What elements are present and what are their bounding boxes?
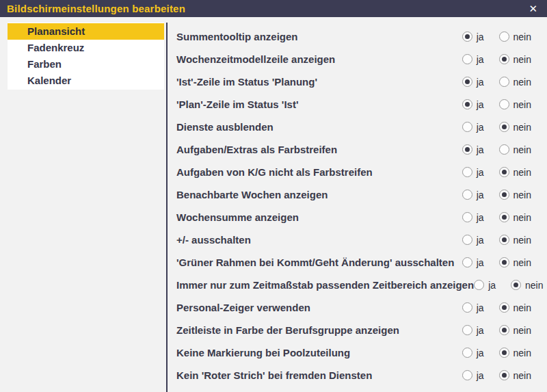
- radio-nein-icon[interactable]: [499, 212, 509, 222]
- radio-option-nein[interactable]: nein: [499, 99, 531, 110]
- radio-ja-label[interactable]: ja: [477, 348, 484, 358]
- radio-option-nein[interactable]: nein: [499, 325, 531, 336]
- radio-nein-icon[interactable]: [499, 122, 509, 132]
- radio-option-ja[interactable]: ja: [462, 302, 484, 313]
- radio-option-nein[interactable]: nein: [499, 31, 531, 42]
- radio-nein-label[interactable]: nein: [513, 235, 531, 246]
- radio-nein-icon[interactable]: [499, 77, 509, 87]
- radio-ja-icon[interactable]: [462, 31, 472, 42]
- radio-option-ja[interactable]: ja: [462, 348, 484, 358]
- radio-ja-label[interactable]: ja: [477, 212, 484, 223]
- radio-nein-icon[interactable]: [499, 190, 509, 200]
- radio-option-nein[interactable]: nein: [499, 302, 531, 313]
- radio-nein-icon[interactable]: [499, 235, 509, 245]
- radio-nein-label[interactable]: nein: [513, 99, 531, 110]
- radio-nein-label[interactable]: nein: [513, 257, 531, 268]
- radio-option-ja[interactable]: ja: [462, 122, 484, 133]
- radio-option-ja[interactable]: ja: [462, 190, 484, 200]
- radio-nein-icon[interactable]: [511, 280, 521, 290]
- radio-ja-label[interactable]: ja: [477, 235, 484, 246]
- radio-ja-icon[interactable]: [462, 212, 472, 222]
- radio-option-ja[interactable]: ja: [462, 257, 484, 268]
- radio-option-nein[interactable]: nein: [499, 167, 531, 178]
- radio-option-ja[interactable]: ja: [462, 212, 484, 223]
- radio-ja-label[interactable]: ja: [477, 190, 484, 200]
- radio-nein-label[interactable]: nein: [513, 167, 531, 178]
- radio-ja-icon[interactable]: [462, 348, 472, 358]
- radio-option-nein[interactable]: nein: [499, 212, 531, 223]
- radio-ja-icon[interactable]: [462, 99, 472, 109]
- radio-option-nein[interactable]: nein: [499, 370, 531, 381]
- radio-ja-label[interactable]: ja: [477, 31, 484, 42]
- radio-option-nein[interactable]: nein: [499, 144, 531, 155]
- radio-nein-label[interactable]: nein: [513, 31, 531, 42]
- close-icon[interactable]: ✕: [526, 0, 540, 17]
- radio-nein-label[interactable]: nein: [513, 122, 531, 133]
- radio-nein-label[interactable]: nein: [513, 77, 531, 88]
- radio-ja-label[interactable]: ja: [477, 167, 484, 178]
- radio-ja-icon[interactable]: [462, 302, 472, 313]
- radio-nein-label[interactable]: nein: [513, 212, 531, 223]
- radio-option-ja[interactable]: ja: [462, 144, 484, 155]
- radio-nein-icon[interactable]: [499, 302, 509, 313]
- radio-ja-label[interactable]: ja: [477, 122, 484, 133]
- radio-ja-label[interactable]: ja: [477, 370, 484, 381]
- radio-option-ja[interactable]: ja: [462, 99, 484, 110]
- radio-ja-label[interactable]: ja: [477, 144, 484, 155]
- radio-ja-label[interactable]: ja: [477, 54, 484, 65]
- radio-option-ja[interactable]: ja: [462, 31, 484, 42]
- radio-ja-label[interactable]: ja: [477, 302, 484, 313]
- radio-nein-label[interactable]: nein: [513, 54, 531, 65]
- radio-option-nein[interactable]: nein: [499, 235, 531, 246]
- sidebar-item-farben[interactable]: Farben: [8, 56, 164, 73]
- radio-option-nein[interactable]: nein: [499, 190, 531, 200]
- radio-nein-icon[interactable]: [499, 167, 509, 177]
- radio-nein-icon[interactable]: [499, 144, 509, 155]
- radio-nein-label[interactable]: nein: [513, 348, 531, 358]
- radio-option-nein[interactable]: nein: [499, 348, 531, 358]
- radio-option-nein[interactable]: nein: [511, 280, 543, 291]
- sidebar-item-planansicht[interactable]: Planansicht: [8, 23, 164, 40]
- radio-ja-icon[interactable]: [462, 144, 472, 155]
- radio-ja-icon[interactable]: [462, 122, 472, 132]
- radio-ja-icon[interactable]: [462, 370, 472, 380]
- radio-ja-icon[interactable]: [474, 280, 484, 290]
- radio-option-ja[interactable]: ja: [462, 54, 484, 65]
- radio-option-nein[interactable]: nein: [499, 77, 531, 88]
- radio-ja-icon[interactable]: [462, 235, 472, 245]
- radio-ja-label[interactable]: ja: [488, 280, 496, 291]
- radio-ja-label[interactable]: ja: [477, 99, 484, 110]
- radio-option-ja[interactable]: ja: [462, 325, 484, 336]
- radio-ja-label[interactable]: ja: [477, 77, 484, 88]
- radio-option-ja[interactable]: ja: [462, 235, 484, 246]
- radio-ja-icon[interactable]: [462, 77, 472, 87]
- radio-nein-label[interactable]: nein: [513, 370, 531, 381]
- radio-nein-icon[interactable]: [499, 370, 509, 380]
- radio-nein-label[interactable]: nein: [513, 325, 531, 336]
- radio-option-nein[interactable]: nein: [499, 257, 531, 268]
- radio-nein-icon[interactable]: [499, 99, 509, 109]
- radio-option-nein[interactable]: nein: [499, 122, 531, 133]
- radio-ja-icon[interactable]: [462, 257, 472, 267]
- radio-nein-icon[interactable]: [499, 325, 509, 335]
- radio-option-ja[interactable]: ja: [462, 167, 484, 178]
- radio-ja-label[interactable]: ja: [477, 257, 484, 268]
- radio-nein-label[interactable]: nein: [513, 190, 531, 200]
- radio-ja-icon[interactable]: [462, 167, 472, 177]
- radio-nein-label[interactable]: nein: [513, 144, 531, 155]
- radio-ja-icon[interactable]: [462, 190, 472, 200]
- radio-option-nein[interactable]: nein: [499, 54, 531, 65]
- radio-nein-label[interactable]: nein: [513, 302, 531, 313]
- radio-option-ja[interactable]: ja: [462, 77, 484, 88]
- radio-ja-icon[interactable]: [462, 54, 472, 64]
- radio-nein-label[interactable]: nein: [525, 280, 543, 291]
- radio-ja-icon[interactable]: [462, 325, 472, 335]
- radio-nein-icon[interactable]: [499, 54, 509, 64]
- radio-nein-icon[interactable]: [499, 31, 509, 42]
- sidebar-item-fadenkreuz[interactable]: Fadenkreuz: [8, 40, 164, 56]
- radio-option-ja[interactable]: ja: [474, 280, 496, 291]
- radio-option-ja[interactable]: ja: [462, 370, 484, 381]
- radio-nein-icon[interactable]: [499, 348, 509, 358]
- radio-ja-label[interactable]: ja: [477, 325, 484, 336]
- sidebar-item-kalender[interactable]: Kalender: [8, 73, 164, 89]
